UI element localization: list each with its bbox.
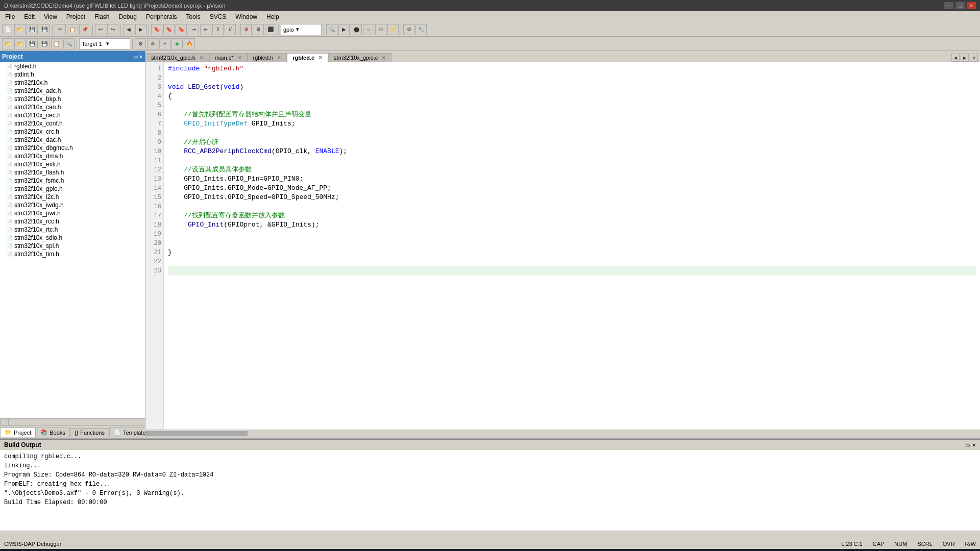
hscroll-thumb[interactable] [145,431,248,436]
tree-item[interactable]: 📄rgbled.h [0,62,145,70]
tree-item[interactable]: 📄stm32f10x_gpio.h [0,185,145,193]
scroll-left[interactable]: ◀ [0,419,7,426]
uncomment-button[interactable]: // [225,24,236,35]
close-stm32-gpio-c[interactable]: ✕ [382,55,386,60]
tree-item[interactable]: 📄stm32f10x_dac.h [0,136,145,144]
menu-edit[interactable]: Edit [20,12,39,21]
project-close-btn[interactable]: ✕ [139,54,143,60]
redo-button[interactable]: ↪ [107,24,118,35]
debug-start-button[interactable]: ▶ [338,24,350,35]
menu-debug[interactable]: Debug [115,12,141,21]
tree-item[interactable]: 📄stm32f10x_bkp.h [0,95,145,103]
debug-stop-button[interactable]: ⬤ [351,24,362,35]
tree-item[interactable]: 📄stm32f10x_flash.h [0,168,145,177]
close-stm32-gpio-h[interactable]: ✕ [200,55,204,60]
tab-main-c[interactable]: main.c* ✕ [209,53,248,62]
close-rgbled-c[interactable]: ✕ [318,55,323,60]
tb2-target-btn5[interactable]: 🔥 [184,38,195,49]
save-all-button[interactable]: 💾 [39,24,50,35]
debug4-button[interactable]: ☉ [375,24,386,35]
debug5-button[interactable]: ⚡ [387,24,399,35]
target-dropdown[interactable]: Target 1 ▾ [79,38,130,49]
tb2-target-btn2[interactable]: ⚙ [147,38,158,49]
tree-item[interactable]: 📄stm32f10x_fsmc.h [0,177,145,185]
tree-item[interactable]: 📄stm32f10x_pwr.h [0,209,145,217]
build-float-btn[interactable]: ▭ [965,442,970,448]
target-dropdown-arrow[interactable]: ▾ [106,40,109,47]
tb2-btn1[interactable]: 📂 [2,38,13,49]
tb2-diamond-btn[interactable]: ◆ [172,38,183,49]
tab-stm32f10x-gpio-h[interactable]: stm32f10x_gpio.h ✕ [145,53,209,62]
undo-button[interactable]: ↩ [95,24,106,35]
tab-rgbled-c[interactable]: rgbled.c ✕ [287,53,328,62]
tab-left-btn[interactable]: ◀ [951,54,960,62]
find-button[interactable]: 🔍 [326,24,337,35]
tree-item[interactable]: 📄stm32f10x_dma.h [0,152,145,160]
tree-item[interactable]: 📄stm32f10x_sdio.h [0,234,145,242]
tree-item[interactable]: 📄stm32f10x_adc.h [0,87,145,95]
tree-item[interactable]: 📄stm32f10x_i2c.h [0,193,145,201]
close-main-c[interactable]: ✕ [238,55,242,60]
tb2-btn3[interactable]: 💾 [27,38,38,49]
maximize-button[interactable]: □ [955,2,965,9]
close-rgbled-h[interactable]: ✕ [277,55,281,60]
open-file-button[interactable]: 📂 [14,24,26,35]
menu-tools[interactable]: Tools [182,12,205,21]
build-button[interactable]: ⚙ [240,24,252,35]
tree-item[interactable]: 📄stm32f10x_can.h [0,103,145,111]
code-editor[interactable]: 1234567891011121314151617181920212223 #i… [145,62,980,430]
rebuild-button[interactable]: ⚙ [253,24,264,35]
outdent-button[interactable]: ⇤ [200,24,211,35]
indent-button[interactable]: ⇥ [188,24,199,35]
nav-fwd-button[interactable]: ▶ [135,24,146,35]
bookmark3-button[interactable]: 🔖 [176,24,187,35]
tab-books[interactable]: 📚 Books [36,428,70,437]
project-hscroll[interactable]: ◀ ▶ [0,418,145,425]
tb2-btn4[interactable]: 💾 [39,38,50,49]
cut-button[interactable]: ✂ [55,24,66,35]
scroll-right[interactable]: ▶ [8,419,15,426]
menu-svcs[interactable]: SVCS [206,12,231,21]
menu-project[interactable]: Project [62,12,89,21]
paste-button[interactable]: 📌 [79,24,90,35]
menu-file[interactable]: File [1,12,19,21]
tab-functions[interactable]: {} Functions [70,428,109,437]
tab-project[interactable]: 📁 Project [0,428,36,437]
project-float-btn[interactable]: ▭ [133,54,138,60]
minimize-button[interactable]: ─ [944,2,953,9]
menu-flash[interactable]: Flash [90,12,113,21]
tree-item[interactable]: 📄stm32f10x_exti.h [0,160,145,168]
bookmark2-button[interactable]: 🔖 [163,24,175,35]
menu-view[interactable]: View [40,12,61,21]
config-button[interactable]: 🔧 [415,24,427,35]
tree-item[interactable]: 📄stm32f10x_tim.h [0,250,145,258]
tb2-target-btn1[interactable]: ⚙ [135,38,146,49]
build-hscroll[interactable] [0,531,980,538]
tree-item[interactable]: 📄stm32f10x_iwdg.h [0,201,145,209]
menu-window[interactable]: Window [231,12,261,21]
settings-button[interactable]: ⚙ [403,24,414,35]
nav-back-button[interactable]: ◀ [123,24,134,35]
tree-item[interactable]: 📄stm32f10x_rtc.h [0,226,145,234]
editor-hscroll[interactable] [145,430,980,437]
close-button[interactable]: ✕ [967,2,976,9]
save-button[interactable]: 💾 [27,24,38,35]
tab-rgbled-h[interactable]: rgbled.h ✕ [248,53,287,62]
tab-right-btn[interactable]: ▶ [961,54,969,62]
tb2-magic-btn[interactable]: ✦ [159,38,170,49]
hscroll-track[interactable] [145,431,980,436]
tree-item[interactable]: 📄stm32f10x_conf.h [0,119,145,128]
tb2-btn2[interactable]: 📂 [14,38,26,49]
tree-item[interactable]: 📄stm32f10x_rcc.h [0,217,145,226]
menu-peripherals[interactable]: Peripherals [142,12,181,21]
tree-item[interactable]: 📄stdint.h [0,70,145,79]
tab-stm32f10x-gpio-c[interactable]: stm32f10x_gpio.c ✕ [328,53,391,62]
copy-button[interactable]: 📋 [67,24,78,35]
gpio-dropdown-arrow[interactable]: ▾ [296,26,299,33]
stop-button[interactable]: ⬛ [265,24,276,35]
tree-item[interactable]: 📄stm32f10x_cec.h [0,111,145,119]
tab-close-all-btn[interactable]: ✕ [970,54,978,62]
tree-item[interactable]: 📄stm32f10x_crc.h [0,128,145,136]
tree-item[interactable]: 📄stm32f10x_dbgmcu.h [0,144,145,152]
tree-item[interactable]: 📄stm32f10x_spi.h [0,242,145,250]
